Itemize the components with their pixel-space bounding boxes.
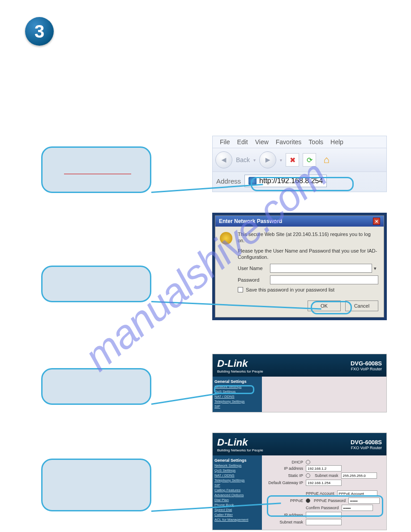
username-label: User Name	[238, 266, 270, 271]
dhcp-radio[interactable]	[306, 460, 310, 464]
sidebar-link[interactable]: Caller Filter	[214, 513, 260, 517]
browser-toolbar: ◄ Back ▾ ► ▾ ✖ ⟳ ⌂	[213, 148, 386, 172]
stop-button[interactable]: ✖	[286, 153, 299, 167]
dhcp-label: DHCP	[265, 460, 306, 464]
static-label: Static IP	[265, 473, 306, 478]
sidebar-link[interactable]: QoS Settings	[214, 468, 260, 472]
mask2-label: Subnet mask	[265, 520, 306, 524]
home-button[interactable]: ⌂	[320, 153, 333, 167]
router-sidebar: General Settings Network Settings QoS Se…	[213, 377, 262, 412]
save-password-checkbox[interactable]	[238, 287, 243, 292]
menu-help[interactable]: Help	[330, 138, 343, 146]
router-header: D-Link Building Networks for People DVG-…	[213, 433, 386, 455]
subnet-label: Subnet mask	[315, 473, 341, 478]
callout-3	[41, 368, 151, 405]
sidebar-link[interactable]: NAT / DDNS	[214, 395, 260, 399]
red-underline	[64, 174, 131, 174]
address-label: Address	[216, 177, 241, 185]
sidebar-header[interactable]: General Settings	[214, 458, 260, 463]
sidebar-link[interactable]: Dial Plan	[214, 498, 260, 502]
sidebar-link[interactable]: Telephony Settings	[214, 478, 260, 482]
router-sidebar: General Settings Network Settings QoS Se…	[213, 455, 262, 530]
sidebar-link[interactable]: SIP	[214, 404, 260, 408]
sidebar-link[interactable]: Calling Features	[214, 488, 260, 492]
connector-3	[151, 392, 222, 405]
password-dialog-screenshot: Enter Network Password ✕ This secure Web…	[212, 213, 387, 320]
gw-label: Default Gateway IP	[265, 481, 306, 485]
subnet-input[interactable]	[341, 472, 377, 479]
dialog-line-1: This secure Web Site (at 220.140.15.116)…	[238, 231, 378, 244]
dialog-title-text: Enter Network Password	[219, 218, 282, 224]
username-input[interactable]	[270, 264, 372, 273]
step-number-badge: 3	[25, 17, 54, 46]
save-password-label: Save this password in your password list	[246, 287, 334, 292]
dlink-logo: D-Link Building Networks for People	[217, 358, 263, 373]
back-button[interactable]: ◄	[215, 151, 232, 168]
sidebar-link[interactable]: Network Settings	[214, 463, 260, 468]
router-model: DVG-6008S FXO VoIP Router	[351, 360, 382, 371]
gw-input[interactable]	[306, 480, 342, 486]
key-icon	[220, 232, 232, 245]
sidebar-link[interactable]: Telephony Settings	[214, 399, 260, 403]
ip-label: IP address	[265, 466, 306, 471]
sidebar-link[interactable]: Advanced Options	[214, 493, 260, 497]
menu-view[interactable]: View	[255, 138, 269, 146]
dialog-line-2: Please type the User Name and Password t…	[238, 248, 378, 261]
sidebar-header[interactable]: General Settings	[214, 379, 260, 384]
dialog-titlebar: Enter Network Password ✕	[215, 216, 384, 227]
highlight-address-bar	[251, 177, 354, 191]
password-input[interactable]	[270, 275, 378, 284]
forward-button[interactable]: ►	[259, 151, 276, 168]
sidebar-link[interactable]: NAT / DDNS	[214, 473, 260, 477]
router-main	[262, 377, 386, 412]
callout-4	[41, 459, 151, 511]
menu-file[interactable]: File	[220, 138, 230, 146]
password-label: Password	[238, 277, 270, 283]
close-icon[interactable]: ✕	[373, 218, 380, 225]
router-header: D-Link Building Networks for People DVG-…	[213, 354, 386, 377]
router-config-main: DHCP IP address Static IPSubnet mask Def…	[262, 455, 386, 530]
static-radio[interactable]	[306, 473, 310, 478]
menu-edit[interactable]: Edit	[237, 138, 248, 146]
menu-favorites[interactable]: Favorites	[276, 138, 302, 146]
callout-2	[41, 266, 151, 302]
callout-1	[41, 146, 151, 193]
back-label: Back	[236, 156, 250, 163]
menu-bar: File Edit View Favorites Tools Help	[213, 136, 386, 148]
router-model: DVG-6008S FXO VoIP Router	[351, 439, 382, 450]
router-page-1: D-Link Building Networks for People DVG-…	[212, 354, 387, 412]
refresh-button[interactable]: ⟳	[303, 153, 316, 167]
mask2-input[interactable]	[306, 519, 342, 525]
sidebar-link[interactable]: Speed Dial	[214, 508, 260, 512]
menu-tools[interactable]: Tools	[308, 138, 323, 146]
highlight-general-settings	[214, 385, 254, 394]
highlight-ok-button	[311, 301, 352, 314]
ip-input[interactable]	[306, 465, 342, 472]
sidebar-link[interactable]: ACL for Management	[214, 518, 260, 522]
password-dialog: Enter Network Password ✕ This secure Web…	[215, 215, 384, 317]
highlight-pppoe-section	[267, 495, 383, 517]
dlink-logo: D-Link Building Networks for People	[217, 437, 263, 452]
sidebar-link[interactable]: SIP	[214, 483, 260, 487]
